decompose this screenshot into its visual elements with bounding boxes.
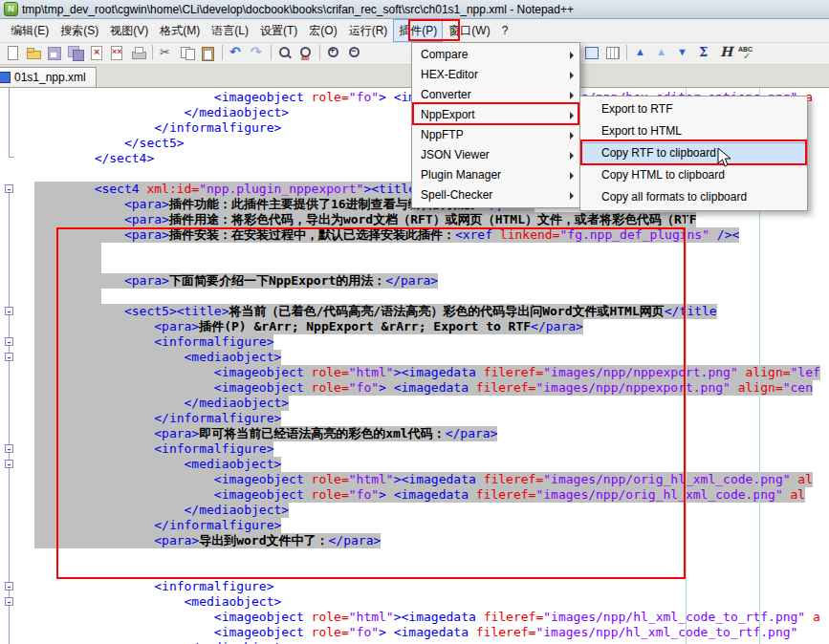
plugins-menu: CompareHEX-EditorConverterNppExportNppFT…	[411, 42, 580, 208]
doc-switch-icon[interactable]	[582, 44, 601, 61]
code-line	[0, 289, 829, 304]
code-line-text: </sect4>	[34, 151, 154, 166]
paste-icon[interactable]	[199, 44, 218, 61]
menu-edit[interactable]: 编辑(E)	[5, 19, 55, 42]
fold-toggle-icon[interactable]: -	[5, 597, 13, 606]
code-line-text: <informalfigure>	[34, 441, 273, 457]
code-line-text: <para>插件安装：在安装过程中，默认已选择安装此插件：<xref linke…	[34, 227, 739, 243]
cut-icon[interactable]	[157, 44, 176, 61]
menu-item-spell-checker[interactable]: Spell-Checker	[412, 185, 579, 205]
code-line-text: <para>导出到word文件中了：</para>	[34, 533, 381, 548]
code-line-text: </informalfigure>	[34, 518, 281, 533]
code-line: <imageobject role="html"><imagedata file…	[0, 610, 829, 625]
close-icon[interactable]	[87, 44, 106, 61]
undo-icon[interactable]	[227, 44, 246, 61]
fold-toggle-icon[interactable]: -	[5, 582, 13, 590]
menu-plugins[interactable]: 插件(P)	[393, 19, 443, 42]
open-folder-icon[interactable]	[24, 44, 43, 61]
code-line-text: <imageobject role="html"><imagedata file…	[34, 610, 820, 625]
menu-item-compare[interactable]: Compare	[412, 45, 579, 65]
saved-state-icon	[0, 72, 11, 83]
grid-icon[interactable]	[603, 44, 622, 61]
code-line-text: <mediaobject>	[34, 594, 281, 610]
new-file-icon[interactable]	[3, 44, 22, 61]
code-line-text: </sect5>	[34, 136, 185, 151]
replace-icon[interactable]	[296, 44, 316, 61]
code-line: <imageobject role="fo"> <imagedata filer…	[0, 487, 829, 503]
menu-language[interactable]: 语言(L)	[206, 19, 254, 42]
toolbar-right	[581, 44, 756, 61]
toolbar-separator	[626, 45, 627, 60]
code-line-text: <para>插件用途：将彩色代码，导出为word文档（RFT）或网页（HTML）…	[34, 212, 696, 227]
tri-down-icon[interactable]	[673, 44, 692, 61]
code-line-text	[34, 289, 101, 304]
find-icon[interactable]	[275, 44, 295, 61]
menu-item-nppexport[interactable]: NppExport	[412, 105, 579, 125]
code-line: - <mediaobject>	[0, 457, 829, 472]
fold-toggle-icon[interactable]: -	[5, 184, 13, 193]
menu-item-copy-html-to-clipboard[interactable]: Copy HTML to clipboard	[580, 164, 807, 186]
fold-toggle-icon[interactable]: -	[5, 444, 13, 453]
code-line-text: <imageobject role="fo"> <imagedata filer…	[34, 487, 805, 503]
menu-settings[interactable]: 设置(T)	[254, 19, 303, 42]
zoom-in-icon[interactable]	[324, 44, 343, 61]
code-line: - <sect5><title>将当前（已着色/代码高亮/语法高亮）彩色的代码导…	[0, 304, 829, 319]
menu-format[interactable]: 格式(M)	[154, 19, 206, 42]
menu-window[interactable]: 窗口(W)	[443, 19, 495, 42]
fold-toggle-icon[interactable]: -	[5, 337, 13, 346]
menu-item-copy-all-formats-to-clipboard[interactable]: Copy all formats to clipboard	[580, 186, 807, 208]
toolbar-left	[2, 44, 365, 61]
code-line-text: </informalfigure>	[34, 411, 281, 426]
redo-icon[interactable]	[248, 44, 267, 61]
save-all-icon[interactable]	[66, 44, 85, 61]
code-line: </mediaobject>	[0, 396, 829, 411]
tri-up-icon[interactable]	[631, 44, 650, 61]
code-line: <para>导出到word文件中了：</para>	[0, 533, 829, 548]
copy-icon[interactable]	[178, 44, 197, 61]
menu-search[interactable]: 搜索(S)	[55, 19, 104, 42]
code-line: <para>即可将当前已经语法高亮的彩色的xml代码：</para>	[0, 426, 829, 441]
code-line: - <informalfigure>	[0, 441, 829, 457]
zoom-out-icon[interactable]	[345, 44, 364, 61]
menu-item-nppftp[interactable]: NppFTP	[412, 125, 579, 145]
fold-toggle-icon[interactable]: -	[5, 460, 13, 468]
code-line	[0, 548, 829, 564]
menu-item-copy-rtf-to-clipboard[interactable]: Copy RTF to clipboard	[580, 142, 807, 164]
code-line: </mediaobject>	[0, 640, 829, 644]
code-line-text: </informalfigure>	[34, 120, 281, 136]
close-all-icon[interactable]	[108, 44, 127, 61]
fold-toggle-icon[interactable]: -	[5, 353, 13, 361]
code-line-text	[34, 258, 101, 273]
menu-bar-items: 文件(F)编辑(E)搜索(S)视图(V)格式(M)语言(L)设置(T)宏(O)运…	[0, 19, 829, 42]
code-line-text: </mediaobject>	[34, 396, 289, 411]
code-line-text: <imageobject role="fo"> <imagedata filer…	[34, 625, 797, 640]
toolbar-separator	[152, 45, 153, 60]
menu-help[interactable]: ?	[496, 19, 514, 42]
tab-ch01s1-npp-xml[interactable]: 01s1_npp.xml	[0, 67, 97, 87]
menu-macro[interactable]: 宏(O)	[303, 19, 342, 42]
menu-item-export-to-rtf[interactable]: Export to RTF	[580, 98, 807, 120]
menu-item-plugin-manager[interactable]: Plugin Manager	[412, 165, 579, 185]
fold-toggle-icon[interactable]: -	[5, 307, 13, 315]
spell-icon[interactable]	[736, 44, 755, 61]
menu-item-export-to-html[interactable]: Export to HTML	[580, 120, 807, 142]
sigma-icon[interactable]	[694, 44, 713, 61]
code-line: <imageobject role="fo"> <imagedata filer…	[0, 625, 829, 640]
toolbar-separator	[222, 45, 223, 60]
code-line	[0, 243, 829, 258]
menu-run[interactable]: 运行(R)	[343, 19, 394, 42]
menu-item-json-viewer[interactable]: JSON Viewer	[412, 145, 579, 165]
menu-view[interactable]: 视图(V)	[104, 19, 154, 42]
tri-up2-icon[interactable]	[652, 44, 671, 61]
heading-icon[interactable]	[715, 44, 734, 61]
code-line-text: <imageobject role="html"><imagedata file…	[34, 472, 813, 487]
notepad-plus-plus-window: { "window": { "title": "tmp\\tmp_dev_roo…	[0, 0, 829, 644]
code-line: - <informalfigure>	[0, 334, 829, 350]
menu-item-converter[interactable]: Converter	[412, 85, 579, 105]
code-line-text	[34, 243, 101, 258]
code-line: </informalfigure>	[0, 518, 829, 533]
print-icon[interactable]	[129, 44, 148, 61]
save-icon[interactable]	[45, 44, 64, 61]
code-line: <para>下面简要介绍一下NppExport的用法：</para>	[0, 273, 829, 289]
menu-item-hex-editor[interactable]: HEX-Editor	[412, 65, 579, 85]
